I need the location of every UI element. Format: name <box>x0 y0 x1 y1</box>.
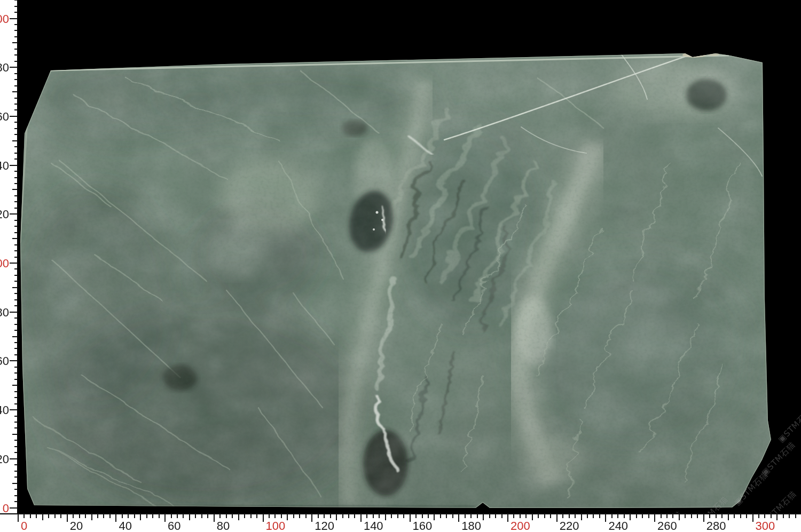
bottom-ruler-tick <box>146 513 147 518</box>
left-ruler-tick <box>10 409 18 410</box>
left-ruler-tick <box>14 54 18 55</box>
bottom-ruler-tick <box>776 513 778 520</box>
bottom-ruler-tick <box>636 513 637 518</box>
bottom-ruler-tick <box>91 513 92 520</box>
bottom-ruler-tick <box>525 513 527 518</box>
bottom-ruler-tick <box>85 513 86 518</box>
bottom-ruler-tick <box>569 513 570 518</box>
bottom-ruler-tick <box>483 513 484 520</box>
bottom-ruler-tick <box>654 513 655 522</box>
left-ruler-tick <box>14 391 18 392</box>
left-ruler-tick <box>14 0 18 1</box>
bottom-ruler-tick <box>556 513 557 522</box>
bottom-ruler-tick <box>605 513 606 522</box>
bottom-ruler-tick <box>477 513 478 518</box>
bottom-ruler-tick <box>728 513 729 520</box>
bottom-ruler-tick <box>214 513 215 522</box>
left-ruler-tick <box>14 244 18 245</box>
left-ruler-tick <box>14 501 18 502</box>
bottom-ruler-tick <box>403 513 404 518</box>
left-ruler-tick <box>14 36 18 37</box>
left-ruler-tick <box>14 489 18 490</box>
left-ruler-tick <box>14 495 18 496</box>
bottom-ruler-tick <box>256 513 257 518</box>
left-ruler-tick <box>14 477 18 478</box>
bottom-ruler-tick <box>348 513 349 518</box>
bottom-ruler-tick <box>250 513 252 518</box>
bottom-ruler-tick <box>342 513 343 518</box>
bottom-ruler-tick <box>672 513 673 518</box>
bottom-ruler-tick <box>281 513 282 518</box>
bottom-ruler-tick <box>115 513 116 522</box>
bottom-ruler-tick <box>538 513 539 518</box>
bottom-ruler-tick <box>758 513 759 518</box>
left-ruler-tick <box>12 189 18 190</box>
bottom-ruler-tick <box>152 513 153 518</box>
slab-scan-viewport: ▣STM石猫▣STM石猫▣STM石猫▣STM石猫▣STM石猫▣STM石猫 020… <box>0 0 801 532</box>
bottom-ruler-tick <box>360 513 362 522</box>
bottom-ruler-tick <box>23 513 25 518</box>
bottom-ruler-tick <box>422 513 423 518</box>
bottom-ruler-tick <box>207 513 208 518</box>
left-ruler-tick <box>14 61 18 62</box>
bottom-ruler-tick <box>470 513 472 518</box>
left-ruler-tick <box>14 153 18 154</box>
bottom-ruler-tick <box>666 513 668 518</box>
left-ruler-tick <box>14 98 18 99</box>
bottom-ruler-tick <box>397 513 398 518</box>
bottom-ruler-tick <box>128 513 129 518</box>
bottom-ruler-label-240: 240 <box>608 519 628 532</box>
left-ruler-tick <box>14 226 18 227</box>
bottom-ruler-tick <box>721 513 723 518</box>
bottom-ruler-label-60: 60 <box>168 519 180 532</box>
bottom-ruler-tick <box>67 513 68 522</box>
left-ruler-tick <box>14 109 18 110</box>
bottom-ruler-label-160: 160 <box>413 519 433 532</box>
left-ruler-tick <box>14 146 18 147</box>
left-ruler-tick <box>14 305 18 306</box>
bottom-ruler-tick <box>42 513 43 520</box>
bottom-ruler-tick <box>495 513 496 518</box>
left-ruler-tick <box>14 232 18 233</box>
left-ruler-tick <box>14 299 18 300</box>
bottom-ruler-tick <box>318 513 319 518</box>
left-ruler-tick <box>14 342 18 343</box>
bottom-ruler-baseline <box>0 513 801 514</box>
left-ruler-tick <box>14 440 18 441</box>
bottom-ruler-tick <box>140 513 141 520</box>
bottom-ruler-tick <box>103 513 104 518</box>
bottom-ruler-tick <box>611 513 612 518</box>
left-ruler-tick <box>14 427 18 428</box>
left-ruler-label-140: 140 <box>0 159 9 172</box>
bottom-ruler-tick <box>134 513 135 518</box>
left-ruler-tick <box>10 67 18 68</box>
left-ruler-tick <box>14 158 18 160</box>
left-ruler-tick <box>14 220 18 221</box>
bottom-ruler-tick <box>299 513 300 518</box>
left-ruler-tick <box>14 171 18 172</box>
bottom-ruler-label-200: 200 <box>511 519 530 532</box>
bottom-ruler-tick <box>685 513 686 518</box>
bottom-ruler-tick <box>783 513 784 518</box>
left-ruler-label-160: 160 <box>0 110 9 123</box>
left-ruler-tick <box>14 134 18 135</box>
bottom-ruler-tick <box>311 513 312 522</box>
bottom-ruler-tick <box>501 513 502 518</box>
bottom-ruler-tick <box>336 513 337 520</box>
bottom-ruler-tick <box>164 513 166 522</box>
bottom-ruler-tick <box>434 513 435 520</box>
bottom-ruler-tick <box>520 513 521 518</box>
left-ruler-tick <box>12 140 18 141</box>
measurement-rulers: 0204060801001201401601802000204060801001… <box>0 0 801 532</box>
bottom-ruler-tick <box>428 513 429 518</box>
left-ruler-tick <box>14 268 18 269</box>
left-ruler-tick <box>14 403 18 404</box>
left-ruler-tick <box>12 434 18 435</box>
left-ruler-tick <box>12 483 18 484</box>
left-ruler-label-100: 100 <box>0 257 9 270</box>
bottom-ruler-tick <box>550 513 551 518</box>
bottom-ruler-tick <box>624 513 625 518</box>
bottom-ruler-tick <box>630 513 631 520</box>
left-ruler-tick <box>14 85 18 86</box>
left-ruler-tick <box>14 416 18 417</box>
